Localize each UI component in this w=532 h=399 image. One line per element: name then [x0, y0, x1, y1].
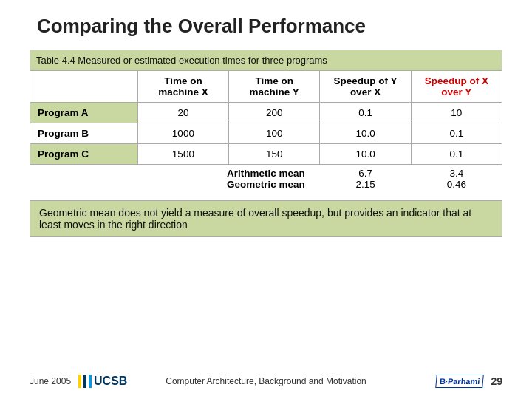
header-speedup-yx: Speedup of Y over X	[320, 71, 411, 103]
table-row: Program C 1500 150 10.0 0.1	[30, 144, 502, 165]
header-empty	[30, 71, 138, 103]
prog-a-ty: 200	[229, 103, 320, 123]
means-sxy1: 3.4	[418, 168, 494, 179]
prog-a-label: Program A	[30, 103, 138, 123]
means-row: Arithmetic mean Geometric mean 6.7 2.15 …	[30, 165, 502, 194]
prog-c-tx: 1500	[137, 144, 228, 165]
performance-table: Time on machine X Time on machine Y Spee…	[30, 70, 502, 193]
means-syx2: 2.15	[327, 179, 403, 190]
logo-bar-navy	[89, 375, 92, 388]
page: Comparing the Overall Performance Table …	[0, 0, 532, 399]
footer-date: June 2005	[30, 376, 71, 386]
arith-mean-label: Arithmetic mean	[38, 168, 305, 179]
ucsb-text: UCSB	[94, 375, 127, 388]
geo-mean-label: Geometric mean	[38, 179, 305, 190]
prog-a-tx: 20	[137, 103, 228, 123]
ucsb-logo: UCSB	[78, 375, 127, 388]
prog-c-ty: 150	[229, 144, 320, 165]
note-box: Geometric mean does not yield a measure …	[30, 200, 502, 237]
logo-bar-blue	[83, 375, 86, 388]
table-caption: Table 4.4 Measured or estimated executio…	[30, 50, 502, 70]
table-row: Program A 20 200 0.1 10	[30, 103, 502, 123]
prog-a-syx: 0.1	[320, 103, 411, 123]
prog-b-syx: 10.0	[320, 123, 411, 144]
prog-b-sxy: 0.1	[411, 123, 502, 144]
footer-right: B·Parhami 29	[384, 375, 502, 388]
footer: June 2005 UCSB Computer Architecture, Ba…	[30, 369, 502, 388]
logo-bar-gold	[78, 375, 81, 388]
footer-course: Computer Architecture, Background and Mo…	[148, 376, 384, 386]
means-sxy2: 0.46	[418, 179, 494, 190]
header-speedup-xy: Speedup of X over Y	[411, 71, 502, 103]
prog-c-sxy: 0.1	[411, 144, 502, 165]
header-time-x: Time on machine X	[137, 71, 228, 103]
prog-b-ty: 100	[229, 123, 320, 144]
prog-c-label: Program C	[30, 144, 138, 165]
header-time-y: Time on machine Y	[229, 71, 320, 103]
bp-logo: B·Parhami	[435, 375, 484, 388]
prog-b-tx: 1000	[137, 123, 228, 144]
table-row: Program B 1000 100 10.0 0.1	[30, 123, 502, 144]
prog-b-label: Program B	[30, 123, 138, 144]
footer-left: June 2005 UCSB	[30, 375, 148, 388]
prog-c-syx: 10.0	[320, 144, 411, 165]
page-title: Comparing the Overall Performance	[37, 15, 502, 38]
prog-a-sxy: 10	[411, 103, 502, 123]
means-syx1: 6.7	[327, 168, 403, 179]
page-number: 29	[491, 375, 502, 387]
